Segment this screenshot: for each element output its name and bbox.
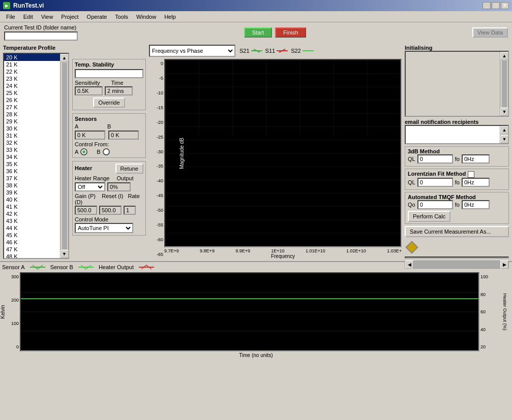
fo-input-lor[interactable] bbox=[462, 178, 490, 187]
email-section: email notification recipients ▲ ▼ bbox=[405, 119, 509, 144]
ql-input-lor[interactable] bbox=[417, 178, 453, 187]
radio-a-button[interactable] bbox=[80, 148, 87, 155]
diamond-indicator bbox=[405, 240, 419, 254]
heater-output-label: Output bbox=[117, 175, 134, 181]
temp-list-item[interactable]: 22 K bbox=[4, 68, 60, 75]
email-scroll-down[interactable]: ▼ bbox=[500, 135, 508, 143]
temp-list-item[interactable]: 21 K bbox=[4, 61, 60, 68]
init-scroll-up[interactable]: ▲ bbox=[500, 52, 508, 60]
perform-calc-button[interactable]: Perform Calc bbox=[408, 211, 450, 222]
heater-output-legend-label: Heater Output bbox=[99, 264, 134, 270]
sensitivity-input[interactable] bbox=[75, 86, 103, 95]
temp-list-item[interactable]: 48 K bbox=[4, 253, 60, 258]
qo-input-tmqf[interactable] bbox=[417, 200, 453, 209]
s11-label: S11 bbox=[265, 48, 276, 54]
sensor-a-legend-label: Sensor A bbox=[2, 264, 25, 270]
start-button[interactable]: Start bbox=[244, 27, 272, 38]
temp-list-item[interactable]: 25 K bbox=[4, 89, 60, 96]
temp-list-item[interactable]: 36 K bbox=[4, 168, 60, 175]
fo-label-tmqf: fo bbox=[455, 202, 460, 208]
window-controls[interactable]: _ □ ✕ bbox=[483, 2, 509, 9]
menu-view[interactable]: View bbox=[37, 13, 57, 21]
scroll-up-button[interactable]: ▲ bbox=[61, 54, 69, 62]
menu-window[interactable]: Window bbox=[132, 13, 160, 21]
menu-edit[interactable]: Edit bbox=[19, 13, 37, 21]
menu-operate[interactable]: Operate bbox=[83, 13, 111, 21]
lorentzian-checkbox[interactable] bbox=[468, 171, 474, 178]
temp-list[interactable]: 20 K21 K22 K23 K24 K25 K26 K27 K28 K29 K… bbox=[4, 54, 60, 258]
temp-list-item[interactable]: 42 K bbox=[4, 210, 60, 217]
temp-list-item[interactable]: 31 K bbox=[4, 132, 60, 139]
control-mode-select[interactable]: AutoTune PI PID Manual bbox=[75, 223, 133, 233]
temp-list-item[interactable]: 29 K bbox=[4, 118, 60, 125]
temp-list-item[interactable]: 46 K bbox=[4, 239, 60, 246]
middle-controls-panel: Temp. Stability Sensitivity Time Overrid… bbox=[72, 45, 146, 259]
bottom-legend: Sensor A Sensor B Heater Output bbox=[2, 264, 510, 270]
time-input[interactable] bbox=[105, 86, 133, 95]
menu-help[interactable]: Help bbox=[160, 13, 180, 21]
temp-list-item[interactable]: 33 K bbox=[4, 146, 60, 153]
init-scrollbar[interactable]: ▲ ▼ bbox=[500, 52, 508, 116]
close-button[interactable]: ✕ bbox=[501, 2, 509, 9]
email-scrollbar[interactable]: ▲ ▼ bbox=[500, 126, 508, 143]
temp-list-item[interactable]: 32 K bbox=[4, 139, 60, 146]
temp-list-item[interactable]: 37 K bbox=[4, 175, 60, 182]
temp-list-item[interactable]: 47 K bbox=[4, 246, 60, 253]
temp-stability-input[interactable] bbox=[75, 69, 143, 78]
fo-input-tmqf[interactable] bbox=[462, 200, 490, 209]
minimize-button[interactable]: _ bbox=[483, 2, 491, 9]
email-scroll-up[interactable]: ▲ bbox=[500, 126, 508, 134]
menu-project[interactable]: Project bbox=[57, 13, 82, 21]
temp-list-item[interactable]: 34 K bbox=[4, 153, 60, 160]
email-box: ▲ ▼ bbox=[405, 125, 509, 144]
x-axis-ticks: 9.7E+9 9.8E+9 9.9E+9 1E+10 1.01E+10 1.02… bbox=[164, 247, 402, 253]
sensor-b-input[interactable] bbox=[108, 131, 139, 140]
temp-scrollbar[interactable]: ▲ ▼ bbox=[60, 54, 68, 258]
temp-list-item[interactable]: 35 K bbox=[4, 160, 60, 168]
heater-range-select[interactable]: Off Low Medium High bbox=[75, 182, 105, 191]
cursors-scroll-up[interactable]: ▲ bbox=[500, 257, 508, 259]
init-scroll-down[interactable]: ▼ bbox=[500, 108, 508, 116]
radio-a-label: A bbox=[75, 149, 78, 155]
temp-list-item[interactable]: 40 K bbox=[4, 196, 60, 203]
temp-list-item[interactable]: 27 K bbox=[4, 104, 60, 111]
chart-type-select[interactable]: Frequency vs Phase Frequency vs Magnitud… bbox=[149, 45, 235, 57]
bottom-y-axis-label: Kelvin bbox=[0, 305, 6, 318]
retune-button[interactable]: Retune bbox=[115, 164, 143, 174]
view-data-button[interactable]: View Data bbox=[472, 27, 508, 38]
sensor-a-label: A bbox=[75, 123, 105, 130]
sensor-b-label: B bbox=[107, 123, 138, 130]
initialising-label: Initialising bbox=[405, 45, 432, 51]
scroll-down-button[interactable]: ▼ bbox=[61, 250, 69, 258]
menu-file[interactable]: File bbox=[2, 13, 19, 21]
temp-list-item[interactable]: 45 K bbox=[4, 232, 60, 239]
temp-list-item[interactable]: 44 K bbox=[4, 224, 60, 232]
test-id-input[interactable] bbox=[4, 31, 78, 41]
bottom-y-axis-right: 100 80 60 40 20 bbox=[479, 272, 500, 351]
fo-input-3db[interactable] bbox=[462, 154, 490, 164]
temp-list-item[interactable]: 20 K bbox=[4, 54, 60, 61]
radio-b-button[interactable] bbox=[103, 148, 110, 155]
temp-list-item[interactable]: 28 K bbox=[4, 111, 60, 118]
temp-list-item[interactable]: 39 K bbox=[4, 189, 60, 196]
temp-list-item[interactable]: 41 K bbox=[4, 203, 60, 210]
chart-grid-svg bbox=[165, 60, 401, 246]
temp-list-item[interactable]: 30 K bbox=[4, 125, 60, 132]
cursors-scrollbar[interactable]: ▲ bbox=[500, 257, 508, 259]
bottom-right-axis-label-container: Heater Output (%) bbox=[500, 272, 510, 351]
initialising-section: Initialising ▲ ▼ bbox=[405, 45, 509, 117]
main-chart: Magnitude dB bbox=[164, 59, 402, 247]
temp-list-item[interactable]: 38 K bbox=[4, 182, 60, 189]
override-button[interactable]: Override bbox=[93, 98, 125, 108]
temp-list-item[interactable]: 24 K bbox=[4, 82, 60, 89]
finish-button[interactable]: Finish bbox=[275, 27, 306, 38]
temp-list-item[interactable]: 26 K bbox=[4, 96, 60, 104]
temp-list-item[interactable]: 43 K bbox=[4, 217, 60, 224]
signal-legend: S21 S11 S22 bbox=[239, 48, 314, 54]
menu-tools[interactable]: Tools bbox=[111, 13, 132, 21]
temp-list-item[interactable]: 23 K bbox=[4, 75, 60, 82]
maximize-button[interactable]: □ bbox=[492, 2, 500, 9]
save-measurement-button[interactable]: Save Current Measurement As... bbox=[405, 226, 509, 237]
sensor-a-input[interactable] bbox=[75, 131, 105, 140]
ql-input-3db[interactable] bbox=[417, 154, 453, 164]
